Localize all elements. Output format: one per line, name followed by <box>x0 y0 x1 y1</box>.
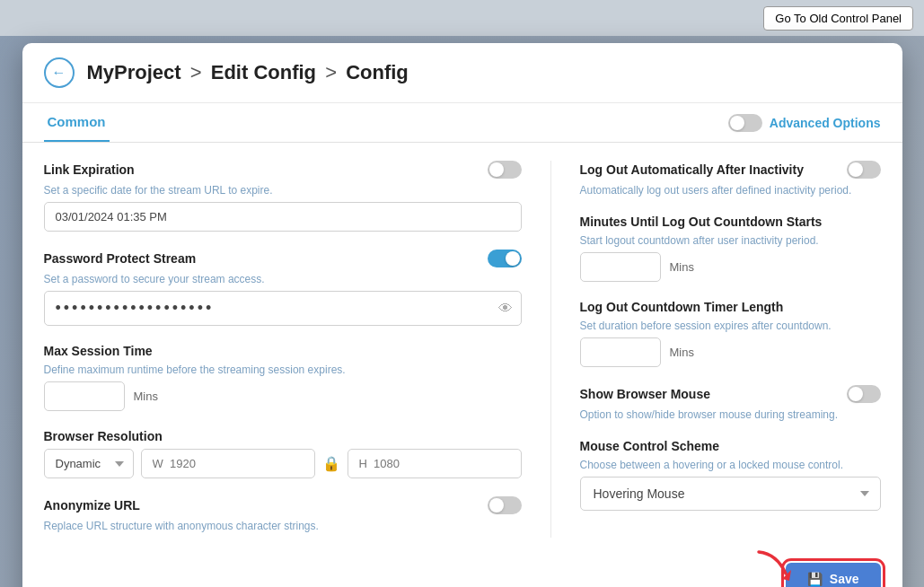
browser-resolution-row: Dynamic Custom 🔒 <box>44 449 522 478</box>
mouse-control-section: Mouse Control Scheme Choose between a ho… <box>580 439 881 511</box>
resolution-height-input[interactable] <box>348 449 522 478</box>
back-icon: ← <box>52 65 66 81</box>
anonymize-url-header: Anonymize URL <box>44 496 522 514</box>
save-btn-wrapper: 💾 Save <box>786 563 881 587</box>
countdown-timer-desc: Set duration before session expires afte… <box>580 320 881 332</box>
password-wrapper: 👁 <box>44 291 522 326</box>
right-column: Log Out Automatically After Inactivity A… <box>580 161 881 538</box>
breadcrumb-sep2: > <box>325 61 342 83</box>
logout-inactivity-section: Log Out Automatically After Inactivity A… <box>580 161 881 197</box>
breadcrumb-edit-config: Edit Config <box>211 61 316 83</box>
advanced-options-toggle[interactable]: Advanced Options <box>728 114 881 132</box>
modal-header: ← MyProject > Edit Config > Config <box>22 43 902 103</box>
minutes-countdown-title: Minutes Until Log Out Countdown Starts <box>580 215 881 229</box>
show-browser-mouse-title: Show Browser Mouse <box>580 387 710 401</box>
minutes-countdown-desc: Start logout countdown after user inacti… <box>580 234 881 247</box>
lock-icon: 🔒 <box>322 455 340 472</box>
modal-dialog: ← MyProject > Edit Config > Config Commo… <box>22 43 902 587</box>
anonymize-url-toggle[interactable] <box>488 496 522 514</box>
max-session-input[interactable]: 15 <box>44 381 125 411</box>
eye-icon[interactable]: 👁 <box>498 301 513 317</box>
column-divider <box>550 161 551 538</box>
max-session-desc: Define maximum runtime before the stream… <box>44 364 522 376</box>
minutes-countdown-input[interactable]: 5 <box>580 252 661 282</box>
countdown-timer-section: Log Out Countdown Timer Length Set durat… <box>580 300 881 367</box>
top-bar: Go To Old Control Panel <box>0 0 924 36</box>
link-expiration-title: Link Expiration <box>44 162 135 177</box>
modal-footer: 💾 Save <box>22 556 902 587</box>
save-icon: 💾 <box>807 572 823 586</box>
breadcrumb-config: Config <box>346 61 409 83</box>
save-label: Save <box>830 572 859 586</box>
show-browser-mouse-section: Show Browser Mouse Option to show/hide b… <box>580 385 881 421</box>
browser-resolution-section: Browser Resolution Dynamic Custom 🔒 <box>44 429 522 478</box>
logout-inactivity-title: Log Out Automatically After Inactivity <box>580 162 804 177</box>
max-session-section: Max Session Time Define maximum runtime … <box>44 344 522 411</box>
minutes-countdown-input-row: 5 Mins <box>580 252 881 282</box>
max-session-unit: Mins <box>134 390 158 403</box>
show-browser-mouse-desc: Option to show/hide browser mouse during… <box>580 408 881 421</box>
link-expiration-header: Link Expiration <box>44 161 522 179</box>
link-expiration-section: Link Expiration Set a specific date for … <box>44 161 522 232</box>
anonymize-url-title: Anonymize URL <box>44 498 140 513</box>
breadcrumb: MyProject > Edit Config > Config <box>87 61 409 84</box>
countdown-timer-unit: Mins <box>670 346 694 359</box>
advanced-options-toggle-switch[interactable] <box>728 114 762 132</box>
countdown-timer-input[interactable]: 1 <box>580 337 661 367</box>
countdown-timer-input-row: 1 Mins <box>580 337 881 367</box>
logout-inactivity-header: Log Out Automatically After Inactivity <box>580 161 881 179</box>
resolution-select[interactable]: Dynamic Custom <box>44 449 134 478</box>
old-control-panel-button[interactable]: Go To Old Control Panel <box>763 6 913 31</box>
anonymize-url-section: Anonymize URL Replace URL structure with… <box>44 496 522 532</box>
link-expiration-desc: Set a specific date for the stream URL t… <box>44 184 522 197</box>
minutes-countdown-section: Minutes Until Log Out Countdown Starts S… <box>580 215 881 282</box>
password-protect-title: Password Protect Stream <box>44 251 197 266</box>
link-expiration-toggle[interactable] <box>488 161 522 179</box>
password-protect-section: Password Protect Stream Set a password t… <box>44 250 522 326</box>
left-column: Link Expiration Set a specific date for … <box>44 161 522 538</box>
breadcrumb-project: MyProject <box>87 61 181 83</box>
logout-inactivity-toggle[interactable] <box>847 161 881 179</box>
show-browser-mouse-header: Show Browser Mouse <box>580 385 881 403</box>
tab-common[interactable]: Common <box>44 103 110 142</box>
max-session-title: Max Session Time <box>44 344 522 358</box>
password-input[interactable] <box>44 291 522 326</box>
logout-inactivity-desc: Automatically log out users after define… <box>580 184 881 197</box>
mouse-control-desc: Choose between a hovering or a locked mo… <box>580 459 881 471</box>
tabs-bar: Common Advanced Options <box>22 103 902 143</box>
modal-body: Link Expiration Set a specific date for … <box>22 143 902 556</box>
password-protect-desc: Set a password to secure your stream acc… <box>44 273 522 285</box>
show-browser-mouse-toggle[interactable] <box>847 385 881 403</box>
advanced-options-label: Advanced Options <box>770 116 881 130</box>
password-protect-toggle[interactable] <box>488 250 522 267</box>
mouse-control-select[interactable]: Hovering Mouse Locked Mouse <box>580 477 881 511</box>
password-protect-header: Password Protect Stream <box>44 250 522 267</box>
browser-resolution-title: Browser Resolution <box>44 429 522 443</box>
link-expiration-input[interactable] <box>44 202 522 232</box>
anonymize-url-desc: Replace URL structure with anonymous cha… <box>44 520 522 532</box>
max-session-input-row: 15 Mins <box>44 381 522 411</box>
mouse-control-title: Mouse Control Scheme <box>580 439 881 453</box>
resolution-width-input[interactable] <box>141 449 315 478</box>
red-arrow-indicator <box>752 545 795 587</box>
save-button[interactable]: 💾 Save <box>786 563 881 587</box>
minutes-countdown-unit: Mins <box>670 260 694 274</box>
breadcrumb-sep1: > <box>190 61 207 83</box>
back-button[interactable]: ← <box>44 57 75 88</box>
countdown-timer-title: Log Out Countdown Timer Length <box>580 300 881 314</box>
